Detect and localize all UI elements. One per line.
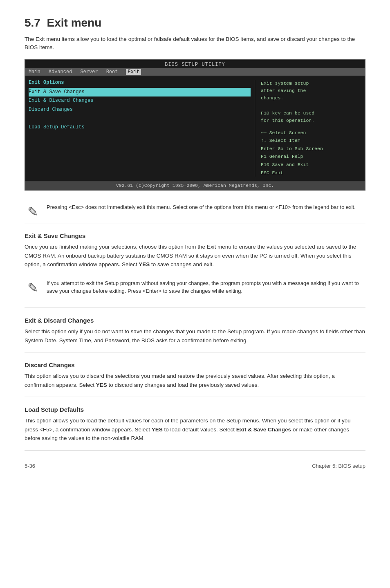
bios-option-exit-save[interactable]: Exit & Save Changes <box>29 88 251 97</box>
page-footer: 5-36 Chapter 5: BIOS setup <box>25 463 365 469</box>
note-text-1: Pressing <Esc> does not immediately exit… <box>47 203 356 211</box>
bios-menu-main[interactable]: Main <box>29 69 40 75</box>
body-discard: This option allows you to discard the se… <box>25 372 365 389</box>
section-load-defaults: Load Setup Defaults This option allows y… <box>25 406 365 451</box>
section-number: 5.7 <box>25 16 40 29</box>
bios-content-area: Exit Options Exit & Save Changes Exit & … <box>25 76 365 181</box>
bios-option-spacer <box>29 114 251 123</box>
note-text-2: If you attempt to exit the Setup program… <box>47 279 365 295</box>
bios-right-panel: Exit system setup after saving the chang… <box>255 80 361 177</box>
section-exit-save-changes: Exit & Save Changes Once you are finishe… <box>25 232 365 308</box>
heading-exit-save: Exit & Save Changes <box>25 232 365 239</box>
legend-esc: ESC Exit <box>261 169 361 177</box>
bios-utility-box: BIOS SETUP UTILITY Main Advanced Server … <box>25 59 365 191</box>
intro-paragraph: The Exit menu items allow you to load th… <box>25 35 365 52</box>
note-icon-2: ✎ <box>25 280 41 296</box>
bios-footer: v02.61 (C)Copyright 1985-2009, American … <box>25 181 365 190</box>
heading-load-defaults: Load Setup Defaults <box>25 406 365 413</box>
bios-legend: ←→ Select Screen ↑↓ Select Item Enter Go… <box>261 129 361 177</box>
bios-title-bar: BIOS SETUP UTILITY <box>25 60 365 68</box>
legend-enter: Enter Go to Sub Screen <box>261 145 361 153</box>
bios-option-exit-discard[interactable]: Exit & Discard Changes <box>29 97 251 105</box>
bios-menu-server[interactable]: Server <box>80 69 98 75</box>
bios-menu-exit[interactable]: Exit <box>126 69 141 75</box>
bios-options-label: Exit Options <box>29 80 251 85</box>
bios-menu-bar: Main Advanced Server Boot Exit <box>25 68 365 76</box>
legend-select-item: ↑↓ Select Item <box>261 137 361 145</box>
heading-exit-discard: Exit & Discard Changes <box>25 317 365 324</box>
note-box-2: ✎ If you attempt to exit the Setup progr… <box>25 275 365 300</box>
body-exit-save: Once you are finished making your select… <box>25 242 365 269</box>
bios-option-load-defaults[interactable]: Load Setup Defaults <box>29 123 251 132</box>
legend-select-screen: ←→ Select Screen <box>261 129 361 137</box>
page-title: Exit menu <box>47 16 102 29</box>
section-discard-changes: Discard Changes This option allows you t… <box>25 361 365 397</box>
chapter-label: Chapter 5: BIOS setup <box>312 463 365 469</box>
bios-help-text: Exit system setup after saving the chang… <box>261 80 361 125</box>
bios-menu-boot[interactable]: Boot <box>106 69 118 75</box>
heading-discard: Discard Changes <box>25 361 365 368</box>
bios-option-discard[interactable]: Discard Changes <box>29 105 251 114</box>
note-box-1: ✎ Pressing <Esc> does not immediately ex… <box>25 199 365 224</box>
bios-menu-advanced[interactable]: Advanced <box>49 69 72 75</box>
legend-f10: F10 Save and Exit <box>261 161 361 169</box>
section-title: 5.7 Exit menu <box>25 16 365 29</box>
section-exit-discard: Exit & Discard Changes Select this optio… <box>25 317 365 352</box>
legend-f1: F1 General Help <box>261 153 361 161</box>
body-load-defaults: This option allows you to load the defau… <box>25 416 365 443</box>
bios-left-panel: Exit Options Exit & Save Changes Exit & … <box>29 80 255 177</box>
body-exit-discard: Select this option only if you do not wa… <box>25 327 365 345</box>
note-icon-1: ✎ <box>25 204 41 220</box>
page-number: 5-36 <box>25 463 35 469</box>
